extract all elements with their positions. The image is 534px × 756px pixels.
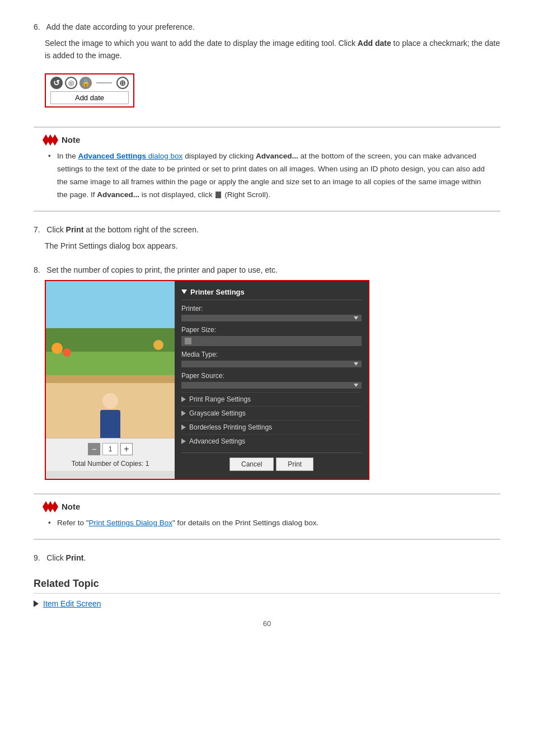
print-range-label: Print Range Settings xyxy=(189,395,251,403)
svg-marker-2 xyxy=(51,134,58,146)
expand-icon xyxy=(181,290,187,294)
paper-size-label: Paper Size: xyxy=(181,326,362,334)
borderless-arrow xyxy=(181,424,186,430)
step-6-number: 6. xyxy=(34,22,40,31)
step-7-print-bold: Print xyxy=(66,225,84,234)
advanced-settings-link[interactable]: Advanced Settings dialog box xyxy=(78,152,183,160)
note-box-1: Note In the Advanced Settings dialog box… xyxy=(34,127,500,212)
advanced-settings-bold: Advanced Settings xyxy=(78,152,147,160)
toolbar-separator xyxy=(96,82,112,83)
media-type-dropdown-arrow xyxy=(354,362,358,366)
step-8-header: 8. Set the number of copies to print, th… xyxy=(34,265,500,274)
paper-source-dropdown-arrow xyxy=(354,384,358,387)
borderless-label: Borderless Printing Settings xyxy=(189,423,272,431)
print-button[interactable]: Print xyxy=(276,458,313,471)
related-link-row: Item Edit Screen xyxy=(34,599,500,608)
step-9-number: 9. xyxy=(34,553,40,562)
related-topic-header: Related Topic xyxy=(34,578,500,594)
advanced-label: Advanced Settings xyxy=(189,437,245,445)
right-scroll-icon xyxy=(216,192,221,198)
step-9-print-bold: Print xyxy=(66,553,84,562)
step-6: 6. Add the date according to your prefer… xyxy=(34,22,500,113)
grayscale-label: Grayscale Settings xyxy=(189,409,246,417)
print-dialog-area: − 1 + Total Number of Copies: 1 Printer … xyxy=(45,280,369,480)
note-1-item: In the Advanced Settings dialog box disp… xyxy=(48,150,491,202)
grayscale-row[interactable]: Grayscale Settings xyxy=(181,406,362,420)
note-1-content: In the Advanced Settings dialog box disp… xyxy=(48,150,491,202)
paper-source-select[interactable] xyxy=(181,382,362,389)
copies-row: − 1 + xyxy=(46,438,175,458)
paper-size-swatch xyxy=(185,338,191,344)
print-range-row[interactable]: Print Range Settings xyxy=(181,392,362,406)
circle-icon: ◎ xyxy=(65,77,77,89)
lock-icon: 🔒 xyxy=(79,77,92,89)
step-8-number: 8. xyxy=(34,265,40,274)
note-icon-2 xyxy=(43,501,58,512)
step-9: 9. Click Print. xyxy=(34,553,500,562)
advanced-arrow xyxy=(181,438,186,444)
svg-marker-5 xyxy=(51,501,58,512)
item-edit-screen-link[interactable]: Item Edit Screen xyxy=(43,599,101,608)
toolbar-image: ↺ ◎ 🔒 ⊕ Add date xyxy=(45,73,134,108)
media-type-select[interactable] xyxy=(181,361,362,367)
page-number: 60 xyxy=(34,619,500,628)
note-1-label: Note xyxy=(62,135,80,144)
step-6-bold: Add date xyxy=(358,39,391,48)
note-2-header: Note xyxy=(43,501,491,512)
borderless-row[interactable]: Borderless Printing Settings xyxy=(181,420,362,434)
print-settings-panel: Printer Settings Printer: Paper Size: Me… xyxy=(175,281,368,479)
step-7: 7. Click Print at the bottom right of th… xyxy=(34,225,500,252)
copies-plus-button[interactable]: + xyxy=(120,443,133,455)
note-1-header: Note xyxy=(43,134,491,146)
paper-source-label: Paper Source: xyxy=(181,372,362,380)
dialog-buttons: Cancel Print xyxy=(181,452,362,474)
printer-settings-title: Printer Settings xyxy=(190,288,245,296)
print-range-arrow xyxy=(181,396,186,402)
advanced-bold-2: Advanced... xyxy=(97,190,139,199)
copies-minus-button[interactable]: − xyxy=(88,443,100,455)
step-9-header: 9. Click Print. xyxy=(34,553,500,562)
step-8: 8. Set the number of copies to print, th… xyxy=(34,265,500,480)
step-6-title: Add the date according to your preferenc… xyxy=(46,22,195,31)
cancel-button[interactable]: Cancel xyxy=(229,458,274,471)
step-6-body: Select the image to which you want to ad… xyxy=(45,37,500,62)
toolbar-top-row: ↺ ◎ 🔒 ⊕ xyxy=(50,77,129,89)
advanced-bold: Advanced... xyxy=(256,152,298,160)
printer-settings-header: Printer Settings xyxy=(181,286,362,300)
note-2-content: Refer to "Print Settings Dialog Box" for… xyxy=(48,517,491,530)
total-copies-label: Total Number of Copies: 1 xyxy=(46,458,175,471)
related-topic-section: Related Topic Item Edit Screen xyxy=(34,578,500,608)
step-7-body: The Print Settings dialog box appears. xyxy=(45,240,500,252)
arrow-right-icon xyxy=(34,600,39,607)
note-2-item: Refer to "Print Settings Dialog Box" for… xyxy=(48,517,491,530)
print-settings-dialog-link[interactable]: Print Settings Dialog Box xyxy=(89,519,172,527)
step-6-header: 6. Add the date according to your prefer… xyxy=(34,22,500,31)
printer-dropdown-arrow xyxy=(354,316,358,320)
copies-number: 1 xyxy=(102,443,118,455)
add-date-button[interactable]: Add date xyxy=(50,91,129,104)
rotate-icon: ↺ xyxy=(50,77,63,89)
note-icon-1 xyxy=(43,134,58,146)
advanced-row[interactable]: Advanced Settings xyxy=(181,434,362,448)
step-7-number: 7. xyxy=(34,225,40,234)
photo-image xyxy=(46,281,175,438)
media-type-label: Media Type: xyxy=(181,351,362,358)
grayscale-arrow xyxy=(181,410,186,416)
paper-size-value xyxy=(181,336,362,346)
photo-area: − 1 + Total Number of Copies: 1 xyxy=(46,281,175,479)
printer-label: Printer: xyxy=(181,305,362,312)
toolbar-plus-icon: ⊕ xyxy=(116,77,129,89)
note-box-2: Note Refer to "Print Settings Dialog Box… xyxy=(34,493,500,540)
note-2-label: Note xyxy=(62,502,80,511)
printer-select[interactable] xyxy=(181,315,362,321)
step-7-header: 7. Click Print at the bottom right of th… xyxy=(34,225,500,234)
